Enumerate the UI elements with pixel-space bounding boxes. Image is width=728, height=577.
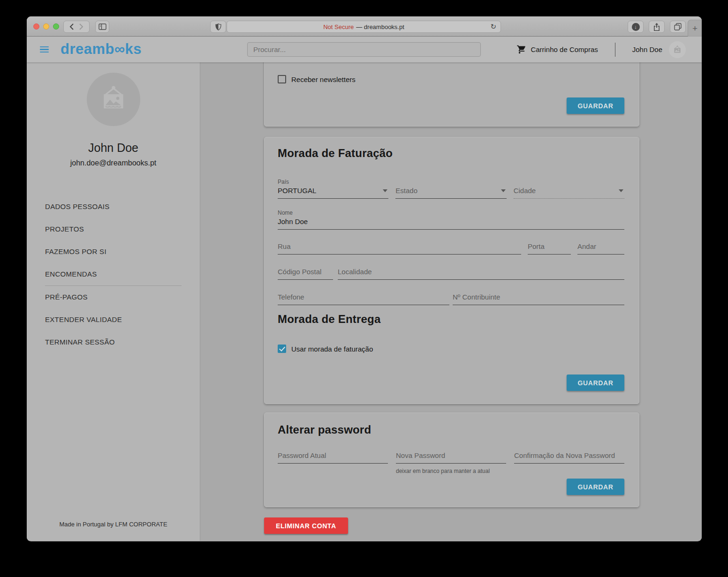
shipping-title: Morada de Entrega [278,313,624,326]
plus-icon: + [692,23,698,34]
country-field: País PORTUGAL [278,179,388,199]
app-header: dreamb∞ks Carrinho de Compras John Doe [27,37,702,62]
confirm-password-input[interactable] [514,451,624,464]
zoom-window-button[interactable] [53,23,59,30]
download-icon: ↓ [632,23,640,31]
downloads-button[interactable]: ↓ [628,21,644,33]
use-billing-row: Usar morada de faturação [278,345,624,353]
header-right: Carrinho de Compras John Doe [516,37,686,62]
reload-icon[interactable]: ↻ [490,22,496,31]
sidebar-item-fazemos-por-si[interactable]: FAZEMOS POR SI [45,240,182,263]
address-bar[interactable]: Not Secure — dreambooks.pt ↻ [227,21,501,33]
state-select[interactable]: Estado [395,187,506,199]
tabs-icon [674,23,682,30]
nav-buttons [63,21,90,33]
new-password-input[interactable] [396,451,506,464]
header-user-name[interactable]: John Doe [632,45,662,53]
menu-hamburger-icon[interactable] [40,46,49,53]
sidebar-item-encomendas[interactable]: ENCOMENDAS [45,263,182,285]
country-state-city-row: País PORTUGAL Estado [278,179,624,199]
country-select[interactable]: PORTUGAL [278,187,388,199]
state-field: Estado [395,179,506,199]
locality-input[interactable] [338,268,624,280]
password-row: deixar em branco para manter a atual [278,451,624,474]
close-window-button[interactable] [33,23,39,30]
profile-name: John Doe [27,141,200,155]
browser-window: Not Secure — dreambooks.pt ↻ ↓ + dreamb∞… [27,16,702,541]
door-input[interactable] [528,242,571,255]
page-content: John Doe john.doe@dreambooks.pt DADOS PE… [27,62,702,541]
chevron-down-icon [383,189,387,192]
billing-address-card: Morada de Faturação País PORTUGAL Estado [264,137,639,404]
profile-avatar[interactable] [87,73,140,126]
profile-block: John Doe john.doe@dreambooks.pt [27,62,200,167]
phone-input[interactable] [278,293,449,305]
city-field: Cidade [514,179,624,199]
image-placeholder-icon [673,45,682,54]
chevron-down-icon [619,189,623,192]
name-input[interactable] [278,217,624,230]
city-select[interactable]: Cidade [514,187,624,199]
sidebar-item-terminar-sessao[interactable]: TERMINAR SESSÃO [45,331,182,353]
minimize-window-button[interactable] [43,23,49,30]
current-password-field [278,451,388,474]
dreambooks-logo[interactable]: dreamb∞ks [61,41,142,58]
share-button[interactable] [649,21,665,33]
not-secure-label: Not Secure [323,23,354,30]
infinity-glyph: ∞ [114,41,125,57]
cart-label: Carrinho de Compras [531,45,598,53]
newsletter-label: Receber newsletters [291,75,356,83]
new-tab-button[interactable]: + [688,20,702,37]
postal-row [278,268,624,280]
cart-button[interactable]: Carrinho de Compras [516,45,598,54]
forward-button[interactable] [76,23,86,30]
postal-code-input[interactable] [278,268,333,280]
search-input[interactable] [247,42,481,57]
password-title: Alterar password [278,423,624,436]
change-password-card: Alterar password deixar em branco para m… [264,412,639,507]
sidebar-item-extender-validade[interactable]: EXTENDER VALIDADE [45,308,182,331]
use-billing-label: Usar morada de faturação [291,345,373,353]
save-notifications-button[interactable]: GUARDAR [567,97,624,114]
traffic-lights [33,23,59,30]
back-button[interactable] [67,23,76,30]
newsletter-row: Receber newsletters [278,75,356,83]
name-row: Nome [278,210,624,230]
chevron-left-icon [69,23,74,30]
notifications-card: para envio de notificações e comunicaçõe… [264,62,639,127]
current-password-input[interactable] [278,451,388,464]
sidebar-menu: DADOS PESSOAIS PROJETOS FAZEMOS POR SI E… [27,195,200,353]
newsletter-checkbox[interactable] [278,75,286,83]
profile-email: john.doe@dreambooks.pt [27,159,200,167]
chevron-right-icon [79,23,83,30]
account-sidebar: John Doe john.doe@dreambooks.pt DADOS PE… [27,62,200,541]
street-row [278,242,624,255]
sidebar-panel-icon [99,23,106,30]
street-input[interactable] [278,242,521,255]
show-sidebar-button[interactable] [95,21,109,33]
phone-row [278,293,624,305]
sidebar-item-dados-pessoais[interactable]: DADOS PESSOAIS [45,195,182,218]
url-text: — dreambooks.pt [356,23,404,30]
header-divider [615,43,615,57]
chevron-down-icon [501,189,506,192]
privacy-shield-button[interactable] [210,21,226,33]
floor-input[interactable] [577,242,624,255]
vat-number-input[interactable] [453,293,624,305]
sidebar-footer-text: Made in Portugal by LFM CORPORATE [27,521,200,528]
name-label: Nome [278,210,624,217]
password-helper-text: deixar em branco para manter a atual [396,468,506,474]
header-avatar[interactable] [669,41,686,58]
sidebar-item-projetos[interactable]: PROJETOS [45,218,182,240]
share-icon [653,23,660,31]
delete-account-button[interactable]: ELIMINAR CONTA [264,517,348,534]
billing-title: Morada de Faturação [278,147,624,160]
image-placeholder-icon [98,84,129,115]
country-label: País [278,179,388,187]
save-address-button[interactable]: GUARDAR [567,375,624,391]
save-password-button[interactable]: GUARDAR [567,479,624,495]
sidebar-item-pre-pagos[interactable]: PRÉ-PAGOS [45,286,182,308]
confirm-password-field [514,451,624,474]
show-all-tabs-button[interactable] [670,21,686,33]
use-billing-checkbox[interactable] [278,345,286,353]
